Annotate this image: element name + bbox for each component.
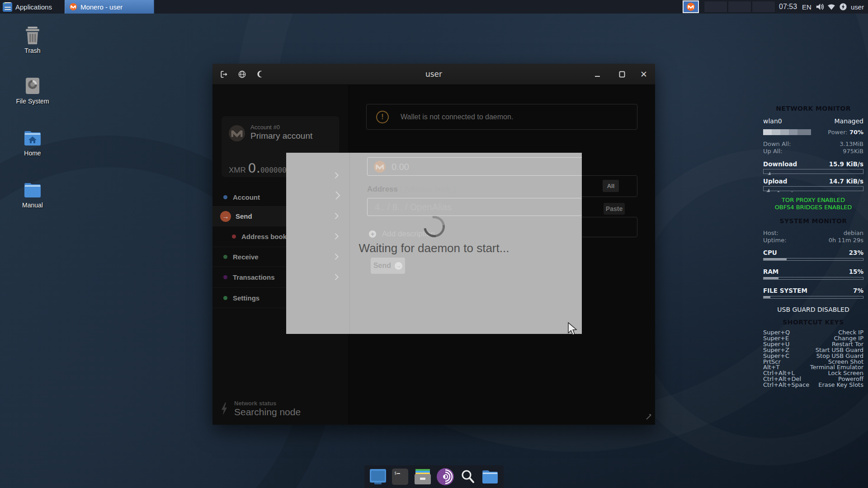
monero-logo-icon (70, 3, 77, 10)
uptime-label: Uptime: (763, 237, 787, 244)
desktop-icon-manual[interactable]: Manual (8, 180, 57, 209)
account-index: Account #0 (250, 124, 280, 131)
power-manager-icon[interactable] (837, 0, 849, 14)
download-graph (763, 169, 863, 174)
tray-monero-icon[interactable] (683, 0, 699, 13)
receive-dot-icon (223, 255, 227, 259)
ghost-monero-logo-icon (374, 161, 386, 173)
top-panel: Applications Monero - user 07:53 EN user (0, 0, 868, 14)
desktop-icon-label: Trash (24, 47, 40, 54)
workspace-1[interactable] (704, 1, 727, 13)
ghost-send-arrow-icon: → (395, 262, 402, 270)
cpu-label: CPU (763, 249, 777, 256)
taskbar-button-label: Monero - user (80, 3, 123, 11)
network-monitor-title: NETWORK MONITOR (763, 105, 863, 112)
ghost-amount-input: 0.00 (367, 157, 582, 176)
applications-menu-button[interactable]: Applications (0, 0, 57, 14)
volume-icon[interactable] (814, 0, 826, 14)
resize-handle-icon[interactable] (645, 413, 653, 421)
uptime-value: 0h 11m 29s (829, 237, 863, 244)
host-label: Host: (763, 230, 778, 236)
settings-dot-icon (223, 296, 227, 300)
ghost-address-placeholder: 4.. / 8.. / OpenAlias (375, 202, 452, 212)
tor-proxy-status: TOR PROXY ENABLED (763, 197, 863, 203)
taskbar-button-monero[interactable]: Monero - user (65, 0, 154, 14)
account-name: Primary account (250, 131, 312, 141)
workspace-3[interactable] (752, 1, 775, 13)
upload-label: Upload (763, 178, 787, 185)
all-button[interactable]: All (603, 180, 619, 192)
home-folder-icon (8, 128, 57, 147)
cpu-meter (763, 258, 863, 261)
desktop-icon-label: Home (24, 150, 41, 157)
ghost-chevron-icon (332, 274, 339, 280)
desktop-icon-label: Manual (22, 202, 43, 209)
session-username[interactable]: user (851, 0, 864, 14)
obfs4-bridges-status: OBFS4 BRIDGES ENABLED (763, 204, 863, 211)
paste-button[interactable]: Paste (604, 203, 625, 215)
monero-logo-icon (229, 125, 245, 143)
desktop-icon-home[interactable]: Home (8, 128, 57, 157)
ghost-chevron-icon (332, 172, 339, 178)
desktop: Trash File System Home Manual NETWORK MO… (0, 0, 868, 488)
filesystem-label: FILE SYSTEM (763, 287, 807, 294)
window-titlebar[interactable]: user ✕ (212, 64, 655, 85)
network-status-value: Searching node (234, 407, 301, 418)
transactions-dot-icon (223, 275, 227, 279)
cpu-value: 23% (849, 249, 863, 256)
applications-menu-label: Applications (15, 3, 52, 11)
ram-label: RAM (763, 268, 778, 275)
ram-meter (763, 277, 863, 280)
address-book-dot-icon (232, 235, 236, 239)
down-all-value: 3.13MiB (840, 141, 863, 147)
system-monitor-title: SYSTEM MONITOR (763, 217, 863, 225)
show-desktop-icon[interactable] (369, 468, 387, 486)
ghost-address-input: 4.. / 8.. / OpenAlias (367, 198, 582, 216)
ghost-chevron-icon (332, 191, 340, 199)
clock[interactable]: 07:53 (779, 0, 797, 14)
dock: $ (364, 465, 504, 488)
file-drawer-icon[interactable] (414, 468, 432, 486)
upload-graph (763, 186, 863, 191)
up-all-label: Up All: (763, 148, 782, 155)
interface-name: wlan0 (763, 117, 782, 125)
power-label: Power: (828, 129, 847, 136)
power-value: 70% (849, 129, 863, 136)
network-status: Network status Searching node (221, 400, 301, 418)
up-all-value: 975KiB (843, 148, 863, 155)
warning-text: Wallet is not connected to daemon. (401, 113, 513, 121)
tor-browser-icon[interactable] (436, 468, 454, 486)
keyboard-layout-indicator[interactable]: EN (802, 0, 811, 14)
send-icon: → (220, 211, 231, 222)
wifi-icon[interactable] (826, 0, 837, 14)
ghost-plus-icon: + (369, 230, 376, 238)
upload-rate: 14.7 KiB/s (829, 178, 863, 185)
terminal-icon[interactable]: $ (391, 468, 409, 486)
conky-monitor: NETWORK MONITOR wlan0 Managed Power: 70%… (763, 105, 863, 388)
minimize-button[interactable] (589, 64, 607, 85)
desktop-icon-label: File System (16, 98, 49, 105)
ram-value: 15% (849, 268, 863, 275)
shortcut-keys-title: SHORTCUT KEYS (763, 319, 863, 326)
maximize-button[interactable] (613, 64, 631, 85)
drive-icon (8, 76, 57, 95)
desktop-icon-trash[interactable]: Trash (8, 25, 57, 54)
ghost-amount-placeholder: 0.00 (392, 162, 409, 172)
lightning-icon (221, 402, 228, 416)
close-button[interactable]: ✕ (635, 64, 653, 85)
file-manager-icon[interactable] (481, 468, 499, 486)
download-rate: 15.9 KiB/s (829, 160, 863, 168)
workspace-2[interactable] (728, 1, 751, 13)
download-label: Download (763, 160, 797, 168)
applications-menu-icon (3, 2, 12, 12)
filesystem-value: 7% (853, 287, 863, 294)
signal-strength-bar (763, 129, 811, 135)
interface-mode: Managed (835, 117, 864, 125)
daemon-warning-banner: ! Wallet is not connected to daemon. (366, 104, 637, 130)
desktop-icon-filesystem[interactable]: File System (8, 76, 57, 105)
svg-text:$: $ (394, 471, 396, 475)
balance-integer: 0. (248, 160, 260, 176)
balance-currency: XMR (229, 166, 246, 174)
application-finder-icon[interactable] (459, 468, 477, 486)
warning-icon: ! (376, 111, 389, 123)
